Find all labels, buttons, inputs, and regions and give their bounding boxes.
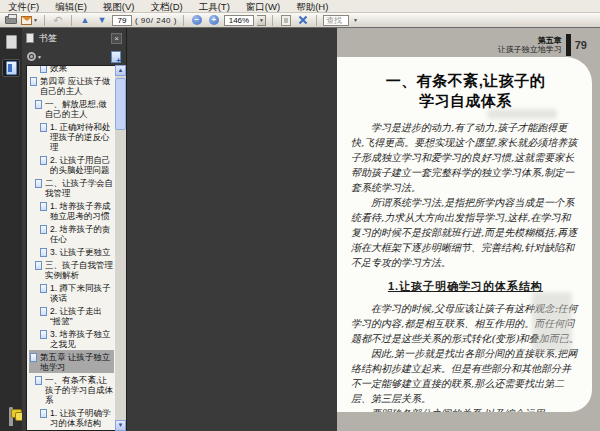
bookmark-label: 一、有条不紊,让孩子的学习自成体系 xyxy=(45,375,113,405)
document-area[interactable]: 第五章 让孩子独立地学习 79 一、有条不紊,让孩子的 学习自成体系 xyxy=(128,28,600,431)
bookmark-label: 2. 让孩子走出“摇篮” xyxy=(50,306,113,326)
article-title-line1: 一、有条不紊,让孩子的 xyxy=(351,71,580,91)
bookmark-page-icon xyxy=(40,123,47,132)
bookmark-label: 二、让孩子学会自我管理 xyxy=(45,178,113,198)
bookmarks-panel-button[interactable] xyxy=(2,59,20,77)
bleed-through-artifact xyxy=(487,109,557,119)
bookmarks-panel-title: 书签 xyxy=(39,32,57,45)
bleed-through-artifact xyxy=(532,292,572,352)
fit-width-button[interactable] xyxy=(296,14,310,27)
nav-icon-strip xyxy=(0,28,22,431)
bookmark-label: 2. 让孩子用自己的头脑处理问题 xyxy=(50,155,113,175)
bookmark-item[interactable]: 2. 让孩子走出“摇篮” xyxy=(29,304,114,327)
expand-current-bookmark-icon[interactable] xyxy=(111,51,121,63)
zoom-in-button[interactable]: + xyxy=(207,14,221,27)
text-block: 学习是进步的动力,有了动力,孩子才能跑得更快,飞得更高。要想实现这个愿望,家长就… xyxy=(351,120,580,195)
bookmark-page-icon xyxy=(35,179,42,188)
bookmark-item[interactable]: 1. 培养孩子养成独立思考的习惯 xyxy=(29,199,114,222)
toolbar-separator xyxy=(44,15,45,26)
article-title-line2: 学习自成体系 xyxy=(351,91,580,111)
close-panel-button[interactable]: × xyxy=(111,33,122,44)
chevron-down-icon[interactable]: ▼ xyxy=(37,54,42,60)
scrollbar-thumb[interactable] xyxy=(115,78,126,130)
bookmark-page-icon xyxy=(40,156,47,165)
bookmark-item[interactable]: 效果 xyxy=(29,65,114,74)
next-page-button[interactable]: ▼ xyxy=(95,14,109,27)
bookmark-page-icon xyxy=(35,376,42,385)
bookmarks-panel: 书签 × ▼ 效果 第四章 应让孩子做自己的主人 xyxy=(22,28,127,431)
bookmark-item[interactable]: 1. 正确对待和处理孩子的逆反心理 xyxy=(29,120,114,153)
bookmark-item[interactable]: 2. 培养孩子的责任心 xyxy=(29,222,114,245)
page-count-label: ( 90/ 240 ) xyxy=(135,16,177,25)
email-button[interactable]: ▼ xyxy=(21,14,38,27)
menu-item[interactable]: 工具(T) xyxy=(191,0,238,13)
bookmark-page-icon xyxy=(40,225,47,234)
page-content: 一、有条不紊,让孩子的 学习自成体系 学习是进步的动力,有了动力,孩子才能跑得更… xyxy=(337,57,592,412)
page-number-input[interactable] xyxy=(112,15,132,26)
bookmark-item[interactable]: 二、让孩子学会自我管理 xyxy=(29,176,114,199)
text-block: 因此,第一步就是找出各部分间的直接联系,把网络结构初步建立起来。但是有些部分和其… xyxy=(351,346,580,406)
find-input[interactable] xyxy=(323,15,349,26)
undo-button: ↶ xyxy=(51,14,65,27)
bookmarks-panel-header: 书签 × xyxy=(22,28,126,48)
bookmark-list: 效果 第四章 应让孩子做自己的主人 一、解放思想,做自己的主人 xyxy=(26,65,115,431)
bookmark-label: 1. 让孩子明确学习的体系结构 xyxy=(50,408,113,428)
zoom-dropdown-button[interactable]: ▼ xyxy=(257,15,266,26)
menu-item[interactable]: 窗口(W) xyxy=(238,0,288,13)
menu-bar: 文件(F) 编辑(E) 视图(V) 文档(D) 工具(T) 窗口(W) 帮助(H… xyxy=(0,0,600,13)
menu-item[interactable]: 帮助(H) xyxy=(288,0,336,13)
bookmark-item[interactable]: 一、解放思想,做自己的主人 xyxy=(29,97,114,120)
bookmark-label: 效果 xyxy=(50,65,67,73)
bookmark-scrollbar[interactable]: ▲ ▼ xyxy=(115,65,126,431)
bookmarks-icon xyxy=(6,61,17,75)
bookmark-label: 3. 让孩子更独立 xyxy=(50,247,110,257)
bookmark-page-icon xyxy=(35,100,42,109)
scroll-down-button[interactable]: ▼ xyxy=(115,420,126,431)
bookmark-tab-icon xyxy=(26,33,34,43)
bookmark-page-icon xyxy=(30,77,37,86)
menu-item[interactable]: 编辑(E) xyxy=(47,0,95,13)
bookmark-page-icon xyxy=(40,284,47,293)
toolbar: ▼ ↶ ▲ ▼ ( 90/ 240 ) − + 146% ▼ ▼ xyxy=(0,13,600,28)
bookmark-label: 1. 蹲下来同孩子谈话 xyxy=(50,283,113,303)
chapter-label: 第五章 xyxy=(498,36,562,45)
article-body: 学习是进步的动力,有了动力,孩子才能跑得更快,飞得更高。要想实现这个愿望,家长就… xyxy=(351,120,580,412)
toolbar-separator xyxy=(316,15,317,26)
toolbar-separator xyxy=(183,15,184,26)
zoom-level-value[interactable]: 146% xyxy=(224,15,254,26)
bookmark-item[interactable]: 3. 培养孩子独立之我见 xyxy=(29,327,114,350)
bookmark-item[interactable]: 一、有条不紊,让孩子的学习自成体系 xyxy=(29,373,114,406)
previous-page-button[interactable]: ▲ xyxy=(78,14,92,27)
bookmark-item[interactable]: 第四章 应让孩子做自己的主人 xyxy=(29,74,114,97)
bookmark-page-icon xyxy=(40,65,47,73)
bookmark-label: 一、解放思想,做自己的主人 xyxy=(45,99,113,119)
chevron-down-icon: ▼ xyxy=(353,17,358,23)
bookmark-page-icon xyxy=(30,353,37,362)
menu-item[interactable]: 视图(V) xyxy=(95,0,143,13)
zoom-in-icon: + xyxy=(209,15,219,25)
bookmark-item[interactable]: 第五章 让孩子独立地学习 xyxy=(29,350,114,373)
text-block: 所谓系统学习法,是指把所学内容当成是一个系统看待,力求从大方向出发指导学习,这样… xyxy=(351,195,580,270)
bookmark-item[interactable]: 三、孩子自我管理实例解析 xyxy=(29,258,114,281)
page-header-text: 第五章 让孩子独立地学习 xyxy=(498,36,562,54)
bookmark-item[interactable]: 1. 让孩子明确学习的体系结构 xyxy=(29,406,114,429)
chevron-down-icon: ▼ xyxy=(259,17,264,23)
scroll-up-button[interactable]: ▲ xyxy=(115,65,126,76)
actual-size-button[interactable] xyxy=(279,14,293,27)
menu-item[interactable]: 文件(F) xyxy=(0,0,47,13)
toolbar-separator xyxy=(272,15,273,26)
print-button[interactable] xyxy=(4,14,18,27)
bookmark-item[interactable]: 3. 让孩子更独立 xyxy=(29,245,114,258)
zoom-out-button[interactable]: − xyxy=(190,14,204,27)
bookmark-label: 三、孩子自我管理实例解析 xyxy=(45,260,113,280)
bookmark-item[interactable]: 2. 让孩子用自己的头脑处理问题 xyxy=(29,153,114,176)
arrow-up-icon: ▲ xyxy=(80,15,89,25)
bookmark-item[interactable]: 1. 蹲下来同孩子谈话 xyxy=(29,281,114,304)
pages-panel-button[interactable] xyxy=(2,33,20,51)
menu-item[interactable]: 文档(D) xyxy=(142,0,190,13)
options-gear-icon[interactable] xyxy=(27,52,36,61)
undo-icon: ↶ xyxy=(53,14,62,27)
bookmark-page-icon xyxy=(40,307,47,316)
pages-icon xyxy=(6,35,17,49)
bookmark-label: 3. 培养孩子独立之我见 xyxy=(50,329,113,349)
